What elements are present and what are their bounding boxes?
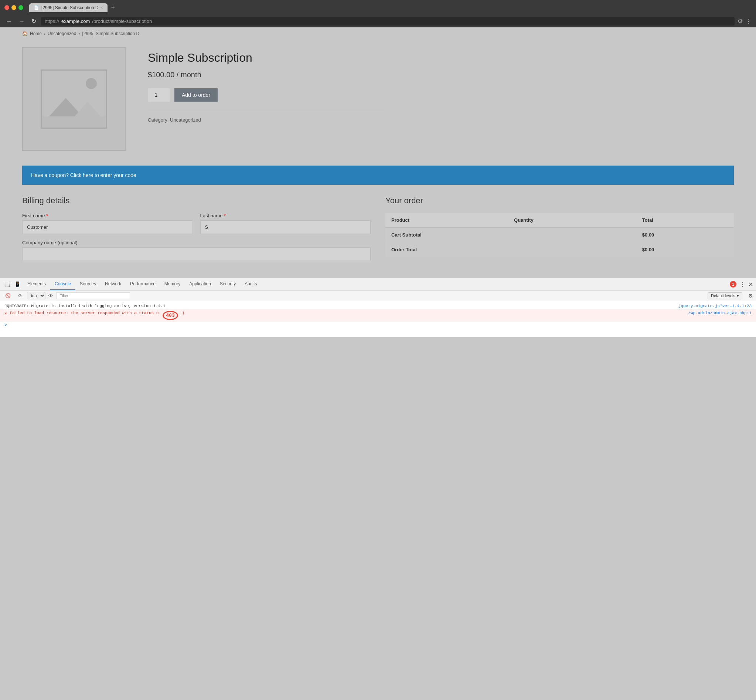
- tab-audits[interactable]: Audits: [240, 278, 261, 290]
- tab-memory[interactable]: Memory: [160, 278, 185, 290]
- devtools-tab-bar: ⬚ 📱 Elements Console Sources Network Per…: [0, 278, 756, 291]
- billing-title: Billing details: [22, 196, 370, 205]
- product-section: Simple Subscription $100.00 / month Add …: [0, 40, 406, 166]
- error-count-badge: 1: [730, 281, 736, 288]
- product-price: $100.00 / month: [148, 70, 384, 79]
- console-line-1: JQMIGRATE: Migrate is installed with log…: [0, 303, 756, 310]
- product-area: Simple Subscription $100.00 / month Add …: [0, 40, 756, 166]
- company-input[interactable]: [22, 247, 370, 261]
- breadcrumb-current: [2995] Simple Subscription D: [82, 31, 139, 36]
- devtools-more-icon[interactable]: ⋮: [739, 281, 745, 288]
- tab-elements[interactable]: Elements: [23, 278, 50, 290]
- active-tab[interactable]: 📄 [2995] Simple Subscription D ×: [29, 3, 108, 12]
- console-line2-link[interactable]: /wp-admin/admin-ajax.php:1: [688, 311, 751, 315]
- extensions-icon[interactable]: ⚙: [737, 18, 743, 25]
- refresh-button[interactable]: ↻: [30, 17, 38, 25]
- tab-security[interactable]: Security: [216, 278, 240, 290]
- console-filter-input[interactable]: [56, 292, 130, 299]
- console-output: JQMIGRATE: Migrate is installed with log…: [0, 301, 756, 337]
- category-label: Category:: [148, 117, 169, 123]
- eye-icon[interactable]: 👁: [48, 293, 53, 298]
- company-row: Company name (optional): [22, 240, 370, 261]
- traffic-lights: [5, 5, 23, 10]
- breadcrumb-sep2: ›: [78, 31, 80, 36]
- maximize-traffic-light[interactable]: [19, 5, 23, 10]
- breadcrumb-uncategorized[interactable]: Uncategorized: [48, 31, 76, 36]
- product-category: Category: Uncategorized: [148, 111, 384, 123]
- context-selector[interactable]: top: [27, 292, 45, 299]
- clear-console-icon[interactable]: 🚫: [3, 292, 13, 299]
- devtools-icons: 1 ⋮ ✕: [730, 281, 753, 288]
- url-protocol: https://: [45, 19, 59, 24]
- category-link[interactable]: Uncategorized: [170, 117, 201, 123]
- coupon-banner[interactable]: Have a coupon? Click here to enter your …: [22, 166, 734, 185]
- order-total-label: Order Total: [386, 242, 636, 257]
- devtools-inspect-icon[interactable]: ⬚: [3, 278, 12, 290]
- order-total-value: $0.00: [636, 242, 734, 257]
- your-order: Your order Product Quantity Total Cart S…: [386, 196, 734, 267]
- default-levels-dropdown[interactable]: Default levels ▾: [708, 292, 742, 299]
- stop-icon[interactable]: ⊘: [16, 292, 24, 299]
- image-placeholder: [23, 48, 125, 150]
- console-line2-suffix: ): [182, 311, 185, 315]
- console-line1-link[interactable]: jquery-migrate.js?ver=1.4.1:23: [678, 304, 751, 308]
- price-period: / month: [177, 70, 201, 79]
- add-to-order-button[interactable]: Add to order: [174, 88, 218, 102]
- coupon-banner-text: Have a coupon? Click here to enter your …: [31, 172, 136, 178]
- quantity-input[interactable]: [148, 88, 170, 102]
- url-path: /product/simple-subscription: [92, 19, 152, 24]
- settings-icon[interactable]: ⚙: [748, 293, 753, 298]
- error-icon: ✕: [5, 311, 7, 316]
- order-title: Your order: [386, 196, 734, 205]
- new-tab-button[interactable]: +: [109, 3, 117, 12]
- first-name-group: First name *: [22, 213, 193, 234]
- cart-subtotal-label: Cart Subtotal: [386, 228, 636, 242]
- tab-close-button[interactable]: ×: [101, 6, 103, 9]
- col-product: Product: [386, 213, 508, 228]
- browser-chrome: 📄 [2995] Simple Subscription D × + ← → ↻…: [0, 0, 756, 27]
- last-name-input[interactable]: [200, 220, 371, 234]
- last-name-required: *: [224, 213, 226, 219]
- placeholder-ground: [42, 116, 106, 128]
- address-bar: ← → ↻ https:// example.com /product/simp…: [0, 15, 756, 27]
- first-name-input[interactable]: [22, 220, 193, 234]
- console-line1-text: JQMIGRATE: Migrate is installed with log…: [5, 304, 166, 308]
- console-line-2: ✕ Failed to load resource: the server re…: [0, 310, 756, 322]
- minimize-traffic-light[interactable]: [11, 5, 16, 10]
- company-label: Company name (optional): [22, 240, 370, 245]
- error-403-badge: 403: [162, 311, 178, 320]
- console-prompt-line: >: [0, 322, 756, 329]
- order-table: Product Quantity Total Cart Subtotal $0.…: [386, 213, 734, 257]
- last-name-label: Last name *: [200, 213, 371, 219]
- placeholder-mountain2: [75, 102, 100, 116]
- devtools-close-icon[interactable]: ✕: [748, 281, 753, 288]
- tab-network[interactable]: Network: [100, 278, 126, 290]
- url-bar[interactable]: https:// example.com /product/simple-sub…: [41, 17, 734, 25]
- checkout-section: Billing details First name * Last name *: [0, 196, 756, 278]
- devtools-mobile-icon[interactable]: 📱: [12, 278, 23, 290]
- back-button[interactable]: ←: [5, 17, 14, 25]
- breadcrumb-home[interactable]: Home: [30, 31, 42, 36]
- home-icon: 🏠: [22, 31, 28, 36]
- devtools-toolbar: 🚫 ⊘ top 👁 Default levels ▾ ⚙: [0, 291, 756, 301]
- order-total-row: Order Total $0.00: [386, 242, 734, 257]
- forward-button[interactable]: →: [17, 17, 27, 25]
- console-prompt[interactable]: >: [5, 323, 7, 328]
- page-content: 🏠 Home › Uncategorized › [2995] Simple S…: [0, 27, 756, 278]
- close-traffic-light[interactable]: [5, 5, 9, 10]
- menu-icon[interactable]: ⋮: [746, 18, 751, 25]
- col-quantity: Quantity: [508, 213, 636, 228]
- tab-application[interactable]: Application: [185, 278, 216, 290]
- tab-performance[interactable]: Performance: [126, 278, 160, 290]
- breadcrumb: 🏠 Home › Uncategorized › [2995] Simple S…: [0, 27, 756, 40]
- name-row: First name * Last name *: [22, 213, 370, 234]
- price-value: $100.00: [148, 70, 174, 79]
- browser-nav-icons: ⚙ ⋮: [737, 18, 751, 25]
- placeholder-frame: [41, 69, 107, 129]
- tab-console[interactable]: Console: [50, 278, 75, 290]
- first-name-required: *: [46, 213, 48, 219]
- cart-subtotal-row: Cart Subtotal $0.00: [386, 228, 734, 242]
- tab-sources[interactable]: Sources: [75, 278, 100, 290]
- product-details: Simple Subscription $100.00 / month Add …: [148, 47, 384, 123]
- col-total: Total: [636, 213, 734, 228]
